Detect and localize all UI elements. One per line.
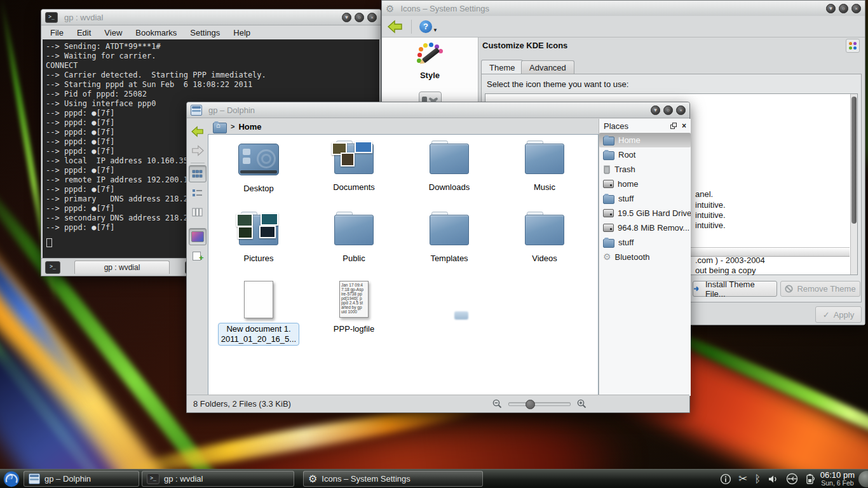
places-item-root[interactable]: Root — [599, 147, 691, 162]
places-item-stuff2[interactable]: stuff — [599, 235, 691, 250]
sidebar-item-style[interactable]: Style — [416, 43, 444, 80]
breadcrumb: ⌂ > Home — [208, 119, 599, 134]
theme-list-text: intuitive. — [695, 200, 726, 210]
close-button[interactable]: × — [851, 4, 861, 13]
zoom-slider[interactable] — [508, 402, 571, 406]
close-panel-icon[interactable]: × — [682, 121, 686, 130]
task-dolphin[interactable]: gp – Dolphin — [24, 471, 139, 487]
konsole-app-icon: >_ — [147, 473, 159, 484]
overview-button[interactable] — [846, 39, 860, 53]
maximize-button[interactable]: ○ — [663, 105, 673, 115]
home-folder-icon[interactable]: ⌂ — [213, 121, 227, 132]
file-item-ppp-logfile[interactable]: Jan 17 09:47:18 gp-Aspire-5738 pppd[1946… — [306, 278, 402, 346]
columns-view-button[interactable] — [189, 203, 207, 220]
folder-item-downloads[interactable]: Downloads — [402, 139, 497, 193]
folder-item-music[interactable]: Music — [497, 139, 592, 193]
breadcrumb-home[interactable]: Home — [238, 122, 261, 132]
preview-button[interactable] — [189, 228, 207, 245]
tab-advanced[interactable]: Advanced — [521, 60, 574, 74]
terminal-cursor — [46, 238, 52, 247]
app-launcher-button[interactable] — [2, 470, 21, 488]
scrollbar-thumb[interactable] — [851, 97, 857, 224]
dolphin-titlebar[interactable]: gp – Dolphin ▼ ○ × — [187, 102, 689, 118]
terminal-line: --> Carrier detected. Starting PPP immed… — [46, 71, 376, 80]
settings-titlebar[interactable]: ⚙ Icons – System Settings ▼ ○ × — [382, 1, 865, 17]
dolphin-file-view[interactable]: Desktop Documents Downloads Music — [208, 134, 599, 396]
folder-item-public[interactable]: Public — [306, 210, 402, 263]
places-item-hard-drive[interactable]: 19.5 GiB Hard Drive — [599, 206, 691, 220]
terminal-line: --> Starting pppd at Sun Feb 6 18:08:22 … — [46, 80, 376, 90]
folder-label: Public — [342, 254, 365, 263]
konsole-tab[interactable]: gp : wvdial — [74, 261, 170, 274]
minimize-button[interactable]: ▼ — [342, 13, 351, 22]
bluetooth-gear-icon: ⚙ — [603, 252, 611, 262]
maximize-button[interactable]: ○ — [355, 13, 364, 22]
places-item-home-drive[interactable]: home — [599, 177, 691, 191]
folder-item-templates[interactable]: Templates — [402, 210, 497, 263]
menu-help[interactable]: Help — [233, 28, 250, 37]
places-title: Places — [604, 121, 628, 131]
split-view-button[interactable]: + — [189, 247, 207, 264]
apply-button[interactable]: ✓ Apply — [815, 306, 862, 323]
places-item-trash[interactable]: Trash — [599, 162, 691, 177]
new-tab-button[interactable]: >_ — [45, 261, 60, 274]
tab-theme[interactable]: Theme — [481, 60, 523, 74]
places-label: Bluetooth — [615, 252, 650, 262]
bluetooth-icon[interactable]: ᛒ — [754, 474, 761, 484]
close-button[interactable]: × — [367, 13, 377, 22]
file-item-new-document[interactable]: New document 1. 2011_01_20_16_5... — [211, 278, 306, 346]
folder-item-pictures[interactable]: Pictures — [211, 210, 306, 263]
back-arrow-icon — [191, 126, 205, 137]
icons-view-button[interactable] — [189, 165, 207, 182]
volume-icon[interactable] — [768, 474, 779, 484]
minimize-button[interactable]: ▼ — [826, 4, 836, 13]
dolphin-app-icon — [29, 473, 40, 484]
back-arrow-icon[interactable] — [387, 20, 403, 34]
places-item-home[interactable]: Home — [599, 133, 691, 147]
places-item-bluetooth[interactable]: ⚙ Bluetooth — [599, 250, 691, 264]
scrollbar[interactable] — [850, 94, 857, 274]
zoom-slider-thumb[interactable] — [526, 400, 535, 409]
folder-item-desktop[interactable]: Desktop — [211, 139, 306, 193]
usb-device-icon[interactable] — [786, 473, 798, 485]
help-button[interactable]: ? ▼ — [419, 20, 438, 33]
klipper-scissors-icon[interactable]: ✂ — [738, 473, 747, 484]
places-item-removable[interactable]: 964.8 MiB Remov... — [599, 220, 691, 235]
task-wvdial[interactable]: >_ gp : wvdial — [142, 471, 294, 487]
zoom-in-icon[interactable] — [577, 399, 587, 409]
menu-bookmarks[interactable]: Bookmarks — [135, 28, 177, 37]
folder-item-videos[interactable]: Videos — [497, 210, 592, 263]
maximize-button[interactable]: ○ — [839, 4, 848, 13]
menu-view[interactable]: View — [104, 28, 122, 37]
folder-icon — [334, 215, 374, 245]
places-item-stuff[interactable]: stuff — [599, 191, 691, 206]
task-system-settings[interactable]: ⚙ Icons – System Settings — [303, 471, 483, 487]
clock[interactable]: 06:10 pm Sun, 6 Feb — [820, 471, 855, 487]
menu-settings[interactable]: Settings — [190, 28, 220, 37]
page-title: Customize KDE Icons — [482, 41, 567, 50]
folder-item-documents[interactable]: Documents — [306, 139, 402, 193]
konsole-app-icon: >_ — [45, 12, 58, 23]
details-view-button[interactable] — [189, 184, 207, 201]
install-theme-button[interactable]: Install Theme File... — [693, 281, 777, 297]
preview-icon — [191, 231, 204, 242]
folder-label: Desktop — [243, 184, 274, 193]
float-panel-icon[interactable] — [670, 123, 677, 129]
logfile-preview-line: 7:18 gp-Asp — [341, 287, 367, 292]
apply-label: Apply — [834, 310, 855, 320]
columns-view-icon — [192, 208, 203, 217]
menu-file[interactable]: File — [50, 28, 64, 37]
konsole-titlebar[interactable]: >_ gp : wvdial ▼ ○ × — [41, 10, 381, 25]
menu-edit[interactable]: Edit — [77, 28, 91, 37]
zoom-out-icon[interactable] — [492, 399, 502, 409]
minimize-button[interactable]: ▼ — [651, 105, 660, 115]
forward-arrow-icon — [191, 145, 205, 156]
close-button[interactable]: × — [676, 105, 686, 115]
back-button[interactable] — [189, 123, 207, 140]
battery-icon[interactable] — [805, 473, 815, 485]
remove-theme-button[interactable]: Remove Theme — [780, 281, 860, 297]
places-panel: Places × Home Root Trash — [599, 119, 691, 396]
forward-button[interactable] — [189, 142, 207, 159]
info-icon[interactable] — [720, 473, 731, 485]
plasma-toolbox-icon[interactable] — [858, 471, 868, 487]
